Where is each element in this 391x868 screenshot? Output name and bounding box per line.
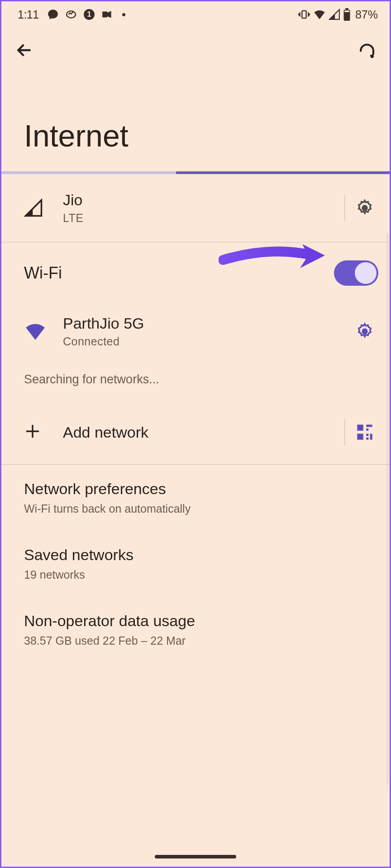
svg-text:1: 1 [87,10,91,18]
data-usage-title: Non-operator data usage [24,612,367,630]
svg-rect-6 [345,8,348,10]
saved-networks-row[interactable]: Saved networks 19 networks [1,531,390,597]
svg-rect-11 [357,425,363,430]
svg-rect-13 [366,429,368,431]
svg-rect-12 [366,425,372,427]
svg-rect-15 [366,434,368,436]
carrier-type: LTE [63,212,334,225]
add-network-label: Add network [63,424,334,441]
notification-badge-icon: 1 [83,9,95,20]
status-bar: 1:11 1 87% [1,1,390,28]
status-dot-icon [122,13,125,16]
headset-icon [358,41,377,60]
gear-icon [356,199,374,217]
toggle-knob [355,262,377,284]
wifi-toggle-row: Wi-Fi [1,242,390,299]
data-usage-row[interactable]: Non-operator data usage 38.57 GB used 22… [1,597,390,663]
cloud-sync-icon [65,9,77,20]
status-left: 1:11 1 [18,8,125,21]
svg-rect-14 [357,434,363,439]
back-button[interactable] [13,39,35,61]
battery-percentage: 87% [355,8,378,21]
chat-icon [47,9,59,20]
signal-status-icon [329,9,340,20]
qr-code-icon [356,423,374,441]
outlook-icon [101,9,113,20]
battery-icon [343,8,351,21]
wifi-toggle[interactable] [334,260,378,286]
wifi-network-status: Connected [63,335,356,348]
svg-rect-7 [344,10,349,12]
svg-rect-16 [370,434,372,439]
app-bar [1,28,390,73]
add-network-row[interactable]: Add network [1,403,390,462]
wifi-label: Wi-Fi [24,264,62,283]
svg-rect-3 [102,12,107,18]
vibrate-icon [298,8,310,21]
page-title: Internet [1,73,390,171]
carrier-row[interactable]: Jio LTE [1,174,390,242]
wifi-network-name: ParthJio 5G [63,315,356,332]
data-usage-sub: 38.57 GB used 22 Feb – 22 Mar [24,634,367,647]
gear-icon [356,322,374,340]
carrier-settings-button[interactable] [356,199,374,217]
scrollbar[interactable] [386,233,389,785]
nav-handle[interactable] [155,855,236,859]
divider [344,419,345,445]
divider [344,195,345,221]
wifi-network-settings-button[interactable] [356,322,374,340]
svg-rect-4 [302,11,306,18]
signal-icon [24,198,43,217]
saved-networks-sub: 19 networks [24,568,367,581]
wifi-icon [24,320,47,343]
svg-point-8 [371,55,374,58]
plus-icon [24,423,63,442]
arrow-back-icon [14,40,34,60]
network-preferences-sub: Wi-Fi turns back on automatically [24,502,367,515]
svg-point-10 [362,329,367,334]
help-button[interactable] [356,39,378,61]
network-preferences-row[interactable]: Network preferences Wi-Fi turns back on … [1,465,390,531]
status-right: 87% [298,8,378,21]
saved-networks-title: Saved networks [24,546,367,564]
wifi-network-row[interactable]: ParthJio 5G Connected [1,299,390,363]
carrier-name: Jio [63,191,334,209]
status-time: 1:11 [18,8,39,21]
qr-scan-button[interactable] [356,423,374,441]
svg-rect-17 [366,438,368,440]
searching-text: Searching for networks... [1,363,390,403]
network-preferences-title: Network preferences [24,480,367,498]
svg-point-9 [362,206,367,210]
wifi-status-icon [313,8,326,21]
